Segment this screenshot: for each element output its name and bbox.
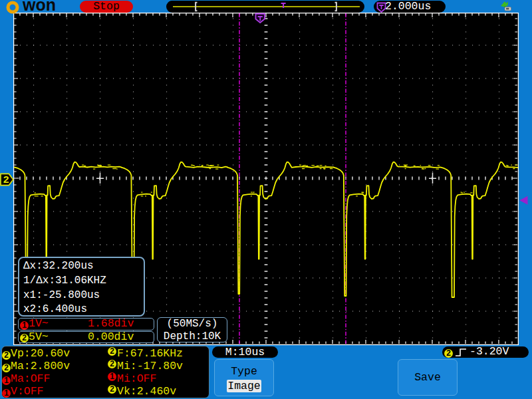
- svg-text:2: 2: [3, 174, 9, 186]
